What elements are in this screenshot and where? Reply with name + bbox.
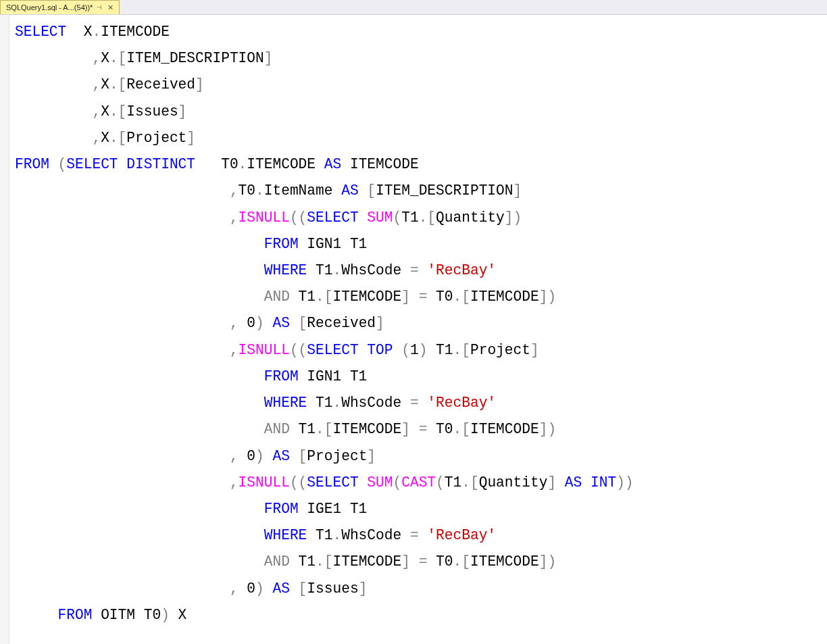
str-recbay: 'RecBay'	[427, 262, 496, 278]
editor-gutter	[0, 15, 9, 644]
fn-isnull: ISNULL	[239, 209, 290, 226]
close-icon[interactable]: ✕	[106, 3, 115, 12]
tab-sqlquery1[interactable]: SQLQuery1.sql - A...(54))* ⊣ ✕	[0, 0, 120, 14]
fn-cast: CAST	[401, 474, 436, 491]
kw-from: FROM	[15, 156, 49, 172]
tab-bar: SQLQuery1.sql - A...(54))* ⊣ ✕	[0, 0, 827, 15]
fn-sum: SUM	[367, 209, 393, 226]
sql-code-editor[interactable]: SELECT X.ITEMCODE ,X.[ITEM_DESCRIPTION] …	[9, 15, 634, 644]
kw-select: SELECT	[15, 24, 66, 40]
tab-label: SQLQuery1.sql - A...(54))*	[6, 3, 93, 11]
editor-area: SELECT X.ITEMCODE ,X.[ITEM_DESCRIPTION] …	[0, 15, 827, 644]
pin-icon[interactable]: ⊣	[97, 4, 102, 11]
